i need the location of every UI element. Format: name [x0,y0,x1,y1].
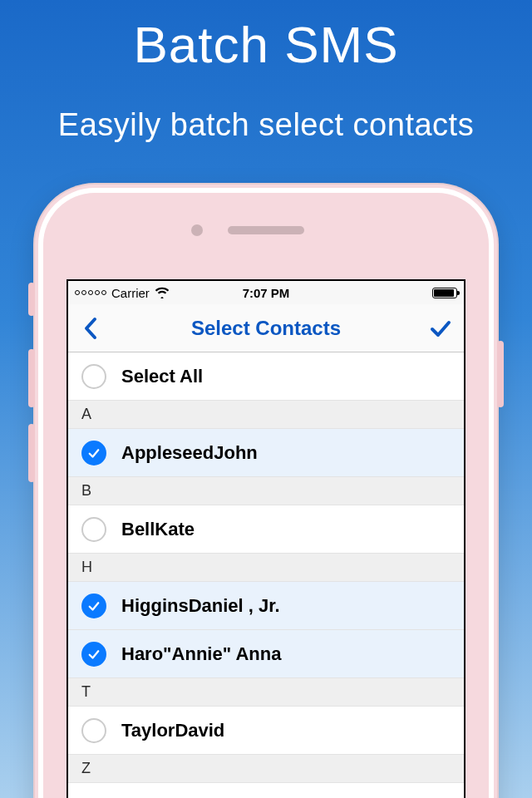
section-header: T [68,678,464,707]
status-bar: Carrier 7:07 PM [68,281,464,304]
chevron-left-icon [83,317,100,340]
phone-mockup: Carrier 7:07 PM Select Contacts [33,183,499,798]
contact-name: HigginsDaniel , Jr. [121,595,280,617]
contact-name: AppleseedJohn [121,442,258,464]
contact-checkbox[interactable] [81,594,106,618]
carrier-label: Carrier [111,286,150,300]
phone-volume-up [28,349,35,407]
contact-checkbox[interactable] [81,642,106,667]
nav-bar: Select Contacts [68,304,464,352]
contact-name: TaylorDavid [121,720,224,741]
promo-subhead: Easyily batch select contacts [0,107,532,143]
phone-face: Carrier 7:07 PM Select Contacts [43,193,489,798]
contact-row[interactable]: AppleseedJohn [68,429,464,477]
contacts-list[interactable]: Select All AAppleseedJohnBBellKateHHiggi… [68,352,464,783]
phone-volume-down [28,424,35,482]
nav-title: Select Contacts [191,317,341,340]
phone-mute-switch [28,283,35,316]
section-header: H [68,554,464,582]
contact-row[interactable]: BellKate [68,505,464,554]
back-button[interactable] [75,312,108,345]
select-all-row[interactable]: Select All [68,352,464,401]
section-header: A [68,401,464,429]
contact-row[interactable]: HigginsDaniel , Jr. [68,582,464,630]
promo-background: Batch SMS Easyily batch select contacts … [0,0,532,798]
phone-camera-dot [191,224,203,236]
section-header: Z [68,755,464,783]
phone-speaker [228,226,304,234]
contact-row[interactable]: Haro"Annie" Anna [68,630,464,678]
contact-name: BellKate [121,519,195,540]
status-time: 7:07 PM [243,286,290,300]
status-carrier: Carrier [75,286,170,300]
confirm-button[interactable] [424,312,457,345]
select-all-label: Select All [121,366,203,387]
checkmark-icon [430,319,451,337]
contact-checkbox[interactable] [81,441,106,466]
app-screen: Carrier 7:07 PM Select Contacts [66,279,466,798]
select-all-checkbox[interactable] [81,364,106,389]
contact-row[interactable]: TaylorDavid [68,707,464,755]
wifi-icon [155,287,170,298]
battery-icon [432,288,457,298]
signal-strength-icon [75,290,106,295]
phone-power-button [497,341,504,407]
contact-name: Haro"Annie" Anna [121,643,281,665]
section-header: B [68,477,464,505]
contact-checkbox[interactable] [81,718,106,743]
contact-checkbox[interactable] [81,517,106,542]
promo-headline: Batch SMS [0,0,532,74]
